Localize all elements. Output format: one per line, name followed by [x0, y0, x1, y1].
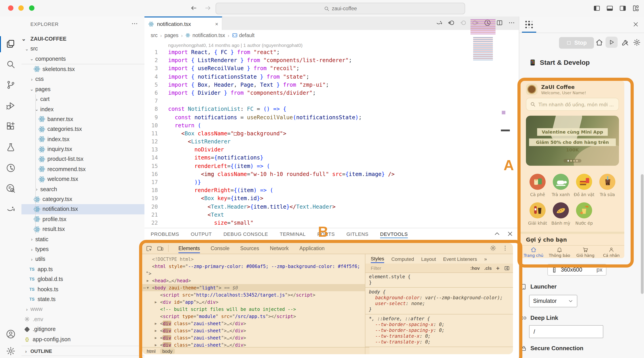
panel-tab-terminal[interactable]: TERMINAL [280, 230, 306, 238]
dom-row-11[interactable]: ▶<div class="zaui-sheet">…</div> [142, 334, 365, 341]
dom-row-5[interactable]: <script src="http://localhost:53452/targ… [142, 291, 365, 298]
carousel-dots[interactable] [564, 159, 582, 163]
search-icon[interactable] [6, 59, 16, 69]
dom-row-4[interactable]: ⋯▼<body zaui-theme="light"> == $0 [142, 284, 365, 291]
devtools-tab-elements[interactable]: Elements [178, 244, 200, 253]
nav-user[interactable]: Cá nhân [598, 246, 624, 258]
tree-item--env[interactable]: .env [22, 314, 144, 324]
dom-row-3[interactable]: ▶<head>…</head> [142, 277, 365, 284]
accounts-icon[interactable] [6, 329, 16, 339]
dom-breadcrumb[interactable]: htmlbody [142, 347, 370, 354]
dom-row-0[interactable]: <!DOCTYPE html> [142, 255, 365, 263]
styles-tab-styles[interactable]: Styles [371, 254, 384, 263]
tree-item-inquiry-tsx[interactable]: inquiry.tsx [22, 144, 144, 154]
timeline-section[interactable]: ›TIMELINE [22, 356, 144, 358]
deeplink-input[interactable]: / [529, 325, 603, 338]
category-đồ-ăn-vặt[interactable]: Đồ ăn vặt [572, 174, 596, 197]
tree-item-css[interactable]: ›css [22, 74, 144, 84]
devtools-tab-sources[interactable]: Sources [240, 244, 259, 253]
dom-row-8[interactable]: <script type="module" src="/src/app.ts">… [142, 313, 365, 320]
tree-item-index[interactable]: ⌄index [22, 104, 144, 114]
devtools-menu-icon[interactable] [502, 245, 508, 251]
prev-change-icon[interactable] [460, 19, 467, 26]
viewport-size-control[interactable]: 360x600 px [548, 264, 606, 276]
close-tab-icon[interactable]: × [215, 21, 218, 27]
code-editor[interactable]: 1import React, { FC } from "react";2impo… [144, 48, 519, 227]
css-rule-0[interactable]: element.style {} [366, 272, 513, 288]
tree-item-src[interactable]: ⌄src [22, 44, 144, 54]
dom-row-9[interactable]: ▶<div class="zaui-sheet">…</div> [142, 320, 365, 327]
history-back-icon[interactable] [190, 4, 197, 12]
mini-app-extension-tab-icon[interactable] [524, 20, 534, 29]
promo-banner[interactable]: Valentine cùng Mini App Giảm 50% cho đơn… [526, 116, 619, 166]
minimap[interactable] [470, 19, 498, 62]
minimize-window-button[interactable] [18, 5, 24, 11]
gitlens-inspect-icon[interactable] [6, 183, 16, 193]
panel-tab-output[interactable]: OUTPUT [191, 230, 212, 238]
editor-tab-notification[interactable]: notification.tsx × [144, 16, 222, 31]
tree-item-app-ts[interactable]: TSapp.ts [22, 264, 144, 274]
category-giải-khát[interactable]: Giải khát [526, 202, 549, 226]
nav-home[interactable]: Trang chủ [520, 246, 546, 258]
tree-item-welcome-tsx[interactable]: welcome.tsx [22, 174, 144, 184]
styles-tab-event-listeners[interactable]: Event Listeners [443, 255, 477, 262]
tree-item-static[interactable]: ›static [22, 234, 144, 244]
zalo-mini-app-icon[interactable] [6, 204, 16, 214]
category-nước-ép[interactable]: Nước ép [572, 202, 596, 226]
workspace-root-folder[interactable]: ⌄ ZAUI-COFFEE [22, 34, 144, 44]
tree-item-recommend-tsx[interactable]: recommend.tsx [22, 164, 144, 174]
toggle-secondary-sidebar-icon[interactable] [619, 4, 626, 12]
extensions-icon[interactable] [6, 121, 16, 131]
nav-bell[interactable]: Thông báo [546, 246, 572, 258]
tree-item-components[interactable]: ⌄components [22, 54, 144, 64]
dom-row-1[interactable]: <html style="--zmp-primary-color: #006af… [142, 263, 365, 270]
maximize-window-button[interactable] [29, 5, 34, 11]
toggle-cls-button[interactable]: .cls [484, 266, 492, 270]
testing-icon[interactable] [6, 143, 16, 152]
css-rules[interactable]: element.style {}body {background-color: … [366, 272, 513, 347]
toggle-hov-button[interactable]: :hov [470, 266, 480, 270]
explorer-icon[interactable] [6, 39, 16, 49]
device-toolbar-icon[interactable] [157, 245, 164, 252]
tree-item-hooks-ts[interactable]: TShooks.ts [22, 284, 144, 294]
explorer-more-actions-icon[interactable] [131, 20, 138, 27]
maximize-panel-icon[interactable] [494, 230, 500, 237]
history-forward-icon[interactable] [204, 4, 212, 12]
dom-row-10[interactable]: ▶<div class="zaui-sheet">…</div> [142, 327, 365, 334]
styles-sidebar-toggle-icon[interactable] [504, 265, 510, 271]
tree-item-types[interactable]: ›types [22, 244, 144, 254]
launcher-select[interactable]: Simulator [529, 295, 577, 307]
styles-tab-layout[interactable]: Layout [421, 255, 436, 262]
tree-item-index-tsx[interactable]: index.tsx [22, 134, 144, 144]
panel-tab-debug-console[interactable]: DEBUG CONSOLE [224, 230, 268, 238]
tree-item-result-tsx[interactable]: result.tsx [22, 224, 144, 234]
run-debug-icon[interactable] [6, 101, 16, 110]
panel-tab-gitlens[interactable]: GITLENS [346, 230, 368, 238]
tree-item-banner-tsx[interactable]: banner.tsx [22, 114, 144, 124]
category-trà-xanh[interactable]: Trà xanh [549, 174, 572, 197]
stop-button[interactable]: Stop [559, 37, 594, 49]
tree-item-notification-tsx[interactable]: notification.tsx [22, 204, 144, 214]
nav-cart[interactable]: Giỏ hàng [572, 246, 598, 258]
tree-item-app-config-json[interactable]: {}app-config.json [22, 334, 144, 344]
tree-item-state-ts[interactable]: TSstate.ts [22, 294, 144, 304]
devtools-tab-network[interactable]: Network [270, 244, 289, 253]
close-panel-icon[interactable] [507, 230, 514, 237]
gitlens-icon[interactable] [6, 163, 16, 173]
breadcrumb[interactable]: src› pages› notification.tsx› default [144, 30, 525, 41]
editor-more-actions-icon[interactable] [508, 19, 515, 26]
close-window-button[interactable] [8, 5, 14, 11]
panel-tab-problems[interactable]: PROBLEMS [151, 230, 179, 238]
css-rule-1[interactable]: body {background-color: var(--zmp-backgr… [366, 288, 513, 315]
styles-filter-input[interactable]: Filter [371, 265, 470, 271]
home-button-icon[interactable] [595, 38, 603, 46]
tree-item-category-tsx[interactable]: category.tsx [22, 194, 144, 204]
tree-item-categories-tsx[interactable]: categories.tsx [22, 124, 144, 134]
dom-row-6[interactable]: ▶<div id="app">…</div> [142, 298, 365, 306]
new-style-rule-button[interactable]: + [496, 265, 500, 271]
panel-scrollbar[interactable] [641, 174, 644, 294]
customize-layout-icon[interactable] [632, 4, 640, 12]
toggle-panel-icon[interactable] [606, 4, 614, 12]
dev-tools-button-icon[interactable] [621, 38, 629, 46]
tree-item-global-d-ts[interactable]: TSglobal.d.ts [22, 274, 144, 284]
